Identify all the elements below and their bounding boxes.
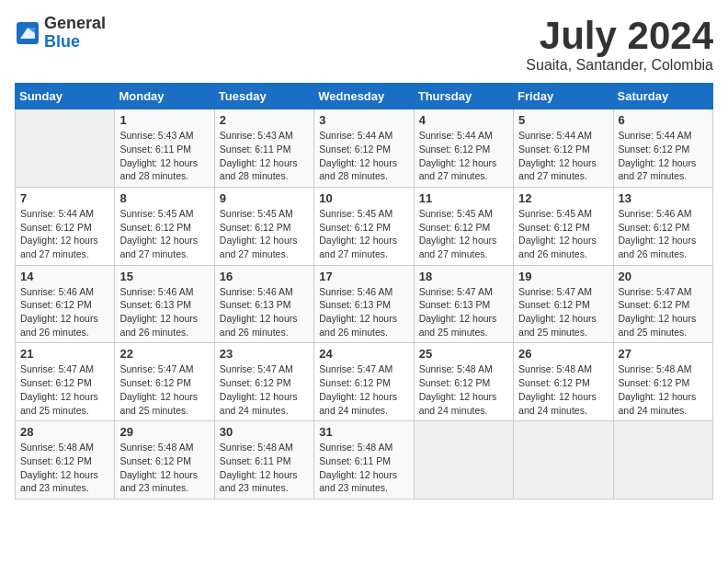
day-info: Sunrise: 5:46 AM Sunset: 6:13 PM Dayligh… [119, 285, 209, 339]
day-info: Sunrise: 5:48 AM Sunset: 6:12 PM Dayligh… [20, 441, 109, 495]
day-info: Sunrise: 5:48 AM Sunset: 6:12 PM Dayligh… [119, 441, 209, 495]
calendar-cell: 27Sunrise: 5:48 AM Sunset: 6:12 PM Dayli… [613, 343, 712, 421]
day-number: 5 [518, 113, 608, 127]
day-number: 2 [220, 113, 309, 127]
calendar-table: SundayMondayTuesdayWednesdayThursdayFrid… [15, 83, 713, 500]
day-number: 7 [20, 191, 109, 205]
calendar-cell: 23Sunrise: 5:47 AM Sunset: 6:12 PM Dayli… [214, 343, 313, 421]
day-info: Sunrise: 5:44 AM Sunset: 6:12 PM Dayligh… [619, 129, 708, 183]
day-number: 24 [319, 347, 408, 361]
day-info: Sunrise: 5:48 AM Sunset: 6:11 PM Dayligh… [319, 441, 408, 495]
day-number: 10 [319, 191, 408, 205]
day-info: Sunrise: 5:46 AM Sunset: 6:13 PM Dayligh… [220, 285, 309, 339]
day-info: Sunrise: 5:45 AM Sunset: 6:12 PM Dayligh… [319, 207, 408, 261]
weekday-header: Saturday [613, 84, 712, 109]
day-number: 21 [20, 347, 109, 361]
day-info: Sunrise: 5:45 AM Sunset: 6:12 PM Dayligh… [220, 207, 309, 261]
day-number: 20 [619, 270, 708, 283]
day-info: Sunrise: 5:45 AM Sunset: 6:12 PM Dayligh… [518, 207, 608, 261]
calendar-cell: 11Sunrise: 5:45 AM Sunset: 6:12 PM Dayli… [414, 187, 513, 265]
day-info: Sunrise: 5:47 AM Sunset: 6:12 PM Dayligh… [220, 362, 309, 417]
calendar-cell: 19Sunrise: 5:47 AM Sunset: 6:12 PM Dayli… [514, 265, 613, 343]
calendar-week-row: 14Sunrise: 5:46 AM Sunset: 6:12 PM Dayli… [16, 265, 713, 343]
day-number: 1 [119, 113, 209, 127]
weekday-row: SundayMondayTuesdayWednesdayThursdayFrid… [16, 84, 713, 109]
calendar-cell: 7Sunrise: 5:44 AM Sunset: 6:12 PM Daylig… [16, 187, 115, 265]
calendar-cell: 21Sunrise: 5:47 AM Sunset: 6:12 PM Dayli… [16, 343, 115, 421]
day-number: 18 [419, 270, 508, 283]
day-info: Sunrise: 5:45 AM Sunset: 6:12 PM Dayligh… [119, 207, 209, 261]
logo-icon [15, 20, 40, 46]
day-number: 19 [518, 270, 608, 283]
calendar-body: 1Sunrise: 5:43 AM Sunset: 6:11 PM Daylig… [16, 109, 713, 500]
day-number: 25 [419, 347, 508, 361]
day-number: 29 [119, 425, 209, 439]
day-number: 30 [220, 425, 309, 439]
day-info: Sunrise: 5:48 AM Sunset: 6:11 PM Dayligh… [220, 441, 309, 495]
calendar-cell: 9Sunrise: 5:45 AM Sunset: 6:12 PM Daylig… [214, 187, 313, 265]
day-number: 3 [319, 113, 408, 127]
day-info: Sunrise: 5:44 AM Sunset: 6:12 PM Dayligh… [20, 207, 109, 261]
calendar-cell: 10Sunrise: 5:45 AM Sunset: 6:12 PM Dayli… [314, 187, 414, 265]
day-number: 26 [518, 347, 608, 361]
calendar-cell: 29Sunrise: 5:48 AM Sunset: 6:12 PM Dayli… [115, 421, 214, 500]
calendar-cell: 15Sunrise: 5:46 AM Sunset: 6:13 PM Dayli… [115, 265, 214, 343]
calendar-week-row: 21Sunrise: 5:47 AM Sunset: 6:12 PM Dayli… [16, 343, 713, 421]
day-info: Sunrise: 5:44 AM Sunset: 6:12 PM Dayligh… [319, 129, 408, 183]
calendar-cell: 25Sunrise: 5:48 AM Sunset: 6:12 PM Dayli… [414, 343, 513, 421]
weekday-header: Wednesday [314, 84, 414, 109]
calendar-cell: 1Sunrise: 5:43 AM Sunset: 6:11 PM Daylig… [115, 109, 214, 188]
day-info: Sunrise: 5:47 AM Sunset: 6:12 PM Dayligh… [518, 285, 608, 339]
day-number: 22 [119, 347, 209, 361]
day-number: 27 [619, 347, 708, 361]
calendar-cell: 2Sunrise: 5:43 AM Sunset: 6:11 PM Daylig… [214, 109, 313, 188]
month-title: July 2024 [526, 15, 713, 57]
calendar-cell: 18Sunrise: 5:47 AM Sunset: 6:13 PM Dayli… [414, 265, 513, 343]
day-info: Sunrise: 5:45 AM Sunset: 6:12 PM Dayligh… [419, 207, 508, 261]
day-info: Sunrise: 5:47 AM Sunset: 6:12 PM Dayligh… [619, 285, 708, 339]
calendar-cell: 8Sunrise: 5:45 AM Sunset: 6:12 PM Daylig… [115, 187, 214, 265]
calendar-cell: 3Sunrise: 5:44 AM Sunset: 6:12 PM Daylig… [314, 109, 414, 188]
logo: General Blue [15, 15, 106, 52]
location-title: Suaita, Santander, Colombia [526, 57, 713, 74]
calendar-cell: 5Sunrise: 5:44 AM Sunset: 6:12 PM Daylig… [514, 109, 613, 188]
day-info: Sunrise: 5:43 AM Sunset: 6:11 PM Dayligh… [220, 129, 309, 183]
page-header: General Blue July 2024 Suaita, Santander… [15, 15, 713, 74]
day-number: 14 [20, 270, 109, 283]
calendar-cell: 30Sunrise: 5:48 AM Sunset: 6:11 PM Dayli… [214, 421, 313, 500]
calendar-week-row: 7Sunrise: 5:44 AM Sunset: 6:12 PM Daylig… [16, 187, 713, 265]
day-number: 12 [518, 191, 608, 205]
calendar-cell: 17Sunrise: 5:46 AM Sunset: 6:13 PM Dayli… [314, 265, 414, 343]
weekday-header: Tuesday [214, 84, 313, 109]
calendar-cell: 20Sunrise: 5:47 AM Sunset: 6:12 PM Dayli… [613, 265, 712, 343]
day-info: Sunrise: 5:47 AM Sunset: 6:13 PM Dayligh… [419, 285, 508, 339]
weekday-header: Monday [115, 84, 214, 109]
calendar-cell [514, 421, 613, 500]
day-number: 8 [119, 191, 209, 205]
day-info: Sunrise: 5:48 AM Sunset: 6:12 PM Dayligh… [419, 362, 508, 417]
calendar-cell [414, 421, 513, 500]
calendar-cell: 14Sunrise: 5:46 AM Sunset: 6:12 PM Dayli… [16, 265, 115, 343]
day-info: Sunrise: 5:43 AM Sunset: 6:11 PM Dayligh… [119, 129, 209, 183]
day-info: Sunrise: 5:47 AM Sunset: 6:12 PM Dayligh… [20, 362, 109, 417]
day-number: 17 [319, 270, 408, 283]
day-info: Sunrise: 5:48 AM Sunset: 6:12 PM Dayligh… [518, 362, 608, 417]
day-info: Sunrise: 5:44 AM Sunset: 6:12 PM Dayligh… [518, 129, 608, 183]
day-number: 15 [119, 270, 209, 283]
calendar-cell: 24Sunrise: 5:47 AM Sunset: 6:12 PM Dayli… [314, 343, 414, 421]
logo-blue-text: Blue [44, 33, 106, 52]
calendar-cell [16, 109, 115, 188]
weekday-header: Sunday [16, 84, 115, 109]
calendar-cell [613, 421, 712, 500]
calendar-week-row: 1Sunrise: 5:43 AM Sunset: 6:11 PM Daylig… [16, 109, 713, 188]
calendar-cell: 12Sunrise: 5:45 AM Sunset: 6:12 PM Dayli… [514, 187, 613, 265]
day-info: Sunrise: 5:47 AM Sunset: 6:12 PM Dayligh… [319, 362, 408, 417]
logo-general-text: General [44, 15, 106, 33]
calendar-cell: 4Sunrise: 5:44 AM Sunset: 6:12 PM Daylig… [414, 109, 513, 188]
calendar-cell: 13Sunrise: 5:46 AM Sunset: 6:12 PM Dayli… [613, 187, 712, 265]
day-info: Sunrise: 5:44 AM Sunset: 6:12 PM Dayligh… [419, 129, 508, 183]
day-number: 6 [619, 113, 708, 127]
day-info: Sunrise: 5:48 AM Sunset: 6:12 PM Dayligh… [619, 362, 708, 417]
calendar-header: SundayMondayTuesdayWednesdayThursdayFrid… [16, 84, 713, 109]
logo-text: General Blue [44, 15, 106, 52]
